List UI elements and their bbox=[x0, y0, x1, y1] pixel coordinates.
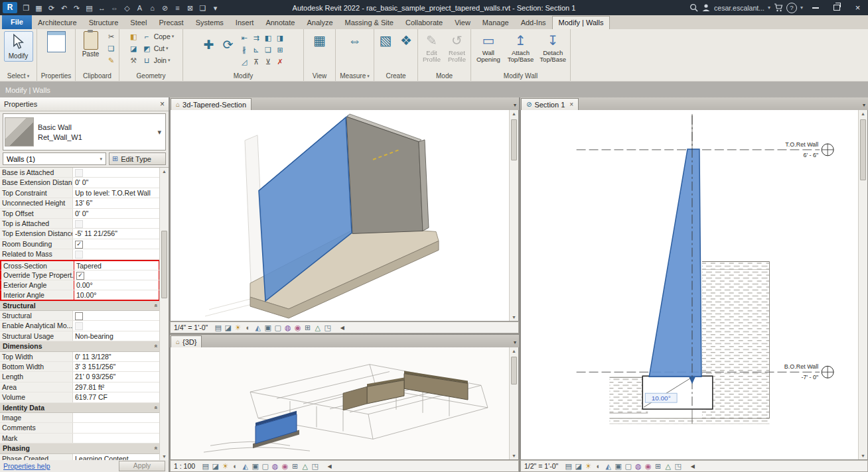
property-value[interactable]: 619.77 CF bbox=[73, 392, 160, 402]
collapse-chevron-icon[interactable]: « bbox=[152, 345, 159, 348]
collapse-chevron-icon[interactable]: « bbox=[152, 406, 159, 409]
element-filter-select[interactable]: Walls (1) ▾ bbox=[3, 152, 106, 165]
property-value[interactable] bbox=[73, 168, 160, 177]
reset-profile-button[interactable]: ↺ Reset Profile bbox=[445, 31, 469, 63]
property-value[interactable]: 3' 3 151/256" bbox=[73, 362, 160, 371]
view-list-chevron-icon[interactable]: ▾ bbox=[514, 339, 516, 345]
property-value[interactable] bbox=[73, 434, 160, 443]
close-button[interactable]: × bbox=[849, 0, 867, 15]
user-icon[interactable] bbox=[701, 3, 711, 12]
move-tool-icon[interactable]: ✚ bbox=[200, 31, 218, 59]
panel-select-footer[interactable]: Select▾ bbox=[0, 71, 36, 81]
property-value[interactable] bbox=[73, 423, 160, 432]
property-value[interactable]: Learning Content bbox=[73, 454, 160, 460]
scrollbar-thumb[interactable] bbox=[161, 231, 167, 298]
detail-level-icon[interactable]: ▤ bbox=[200, 462, 210, 471]
crop-view-icon[interactable]: ▣ bbox=[613, 462, 623, 471]
ribbon-tab-massing-site[interactable]: Massing & Site bbox=[339, 16, 399, 29]
aligned-dimension-icon[interactable]: ⇔ bbox=[108, 1, 121, 15]
close-view-icon[interactable]: × bbox=[569, 101, 573, 108]
property-value[interactable]: 297.81 ft² bbox=[73, 383, 160, 392]
section-icon[interactable]: ⊘ bbox=[159, 1, 171, 15]
property-value[interactable]: Non-bearing bbox=[73, 331, 160, 341]
temporary-view-properties-icon[interactable]: ⊞ bbox=[653, 462, 663, 471]
group-header-structural[interactable]: Structural« bbox=[0, 301, 160, 311]
property-value[interactable]: Up to level: T.O.Ret Wall bbox=[73, 188, 160, 198]
scale-label[interactable]: 1/2" = 1'-0" bbox=[524, 462, 558, 470]
measure-icon[interactable]: ↔ bbox=[96, 1, 108, 15]
properties-close-icon[interactable]: × bbox=[160, 99, 165, 109]
scroll-left-icon[interactable]: ◀ bbox=[337, 325, 347, 331]
tag-icon[interactable]: ◇ bbox=[121, 1, 133, 15]
temporary-view-properties-icon[interactable]: ⊞ bbox=[303, 324, 313, 332]
detach-top-base-button[interactable]: ↧ Detach Top/Base bbox=[538, 31, 568, 63]
unpin-icon[interactable]: ⊻ bbox=[263, 56, 274, 67]
visual-style-icon[interactable]: ◪ bbox=[573, 462, 583, 471]
property-value[interactable]: -5' 11 21/256" bbox=[73, 229, 160, 238]
sun-path-icon[interactable]: ☀ bbox=[583, 462, 593, 471]
apply-button[interactable]: Apply bbox=[119, 461, 165, 471]
view2-canvas[interactable]: ▲ ▼ bbox=[170, 347, 519, 460]
checkbox-override-type-propert[interactable]: ✓ bbox=[76, 272, 84, 280]
ribbon-tab-file[interactable]: File bbox=[2, 15, 32, 29]
offset-icon[interactable]: ⇉ bbox=[251, 32, 262, 43]
redo-icon[interactable]: ↷ bbox=[70, 1, 83, 15]
property-value[interactable] bbox=[73, 311, 160, 320]
mirror-pick-axis-icon[interactable]: ◧ bbox=[263, 32, 274, 43]
show-crop-region-icon[interactable]: ▢ bbox=[273, 324, 283, 332]
attach-top-base-button[interactable]: ↥ Attach Top/Base bbox=[506, 31, 536, 63]
collapse-chevron-icon[interactable]: « bbox=[152, 304, 159, 307]
checkbox-structural[interactable] bbox=[75, 312, 83, 320]
properties-header[interactable]: Properties × bbox=[0, 97, 169, 111]
view3-canvas[interactable]: T.O.Ret Wall 6' - 6" B.O.Ret Wall -7' - … bbox=[520, 110, 868, 460]
collapse-chevron-icon[interactable]: « bbox=[152, 447, 159, 450]
show-analytical-model-icon[interactable]: △ bbox=[300, 462, 310, 471]
property-value[interactable]: 0.00° bbox=[74, 280, 159, 290]
shadows-icon[interactable]: ◐ bbox=[243, 324, 253, 331]
view2-scrollbar[interactable]: ▲ ▼ bbox=[509, 347, 518, 459]
text-icon[interactable]: A bbox=[133, 1, 146, 15]
checkbox-base-is-attached[interactable] bbox=[75, 169, 83, 177]
sun-path-icon[interactable]: ☀ bbox=[220, 462, 230, 471]
highlight-displacement-icon[interactable]: ◳ bbox=[323, 324, 332, 332]
view1-canvas[interactable]: ▲ ▼ bbox=[170, 110, 519, 322]
scroll-up-icon[interactable]: ▲ bbox=[160, 169, 169, 174]
signed-in-user[interactable]: cesar.escalant... bbox=[714, 4, 764, 12]
property-value[interactable] bbox=[73, 321, 160, 330]
show-crop-region-icon[interactable]: ▢ bbox=[260, 462, 270, 471]
restore-button[interactable] bbox=[828, 0, 845, 15]
ribbon-tab-add-ins[interactable]: Add-Ins bbox=[515, 16, 552, 29]
ribbon-tab-annotate[interactable]: Annotate bbox=[259, 16, 301, 29]
mirror-draw-axis-icon[interactable]: ◨ bbox=[275, 32, 286, 43]
properties-help-link[interactable]: Properties help bbox=[3, 462, 50, 470]
save-icon[interactable]: ▦ bbox=[33, 1, 45, 15]
ribbon-tab-analyze[interactable]: Analyze bbox=[301, 16, 338, 29]
temporary-hide-isolate-icon[interactable]: ◍ bbox=[270, 462, 280, 471]
detail-level-icon[interactable]: ▤ bbox=[563, 462, 573, 471]
show-crop-region-icon[interactable]: ▢ bbox=[623, 462, 633, 471]
view-tab-section-1[interactable]: ⊘ Section 1 × bbox=[521, 98, 579, 110]
join-geometry-button[interactable]: ⊔Join▾ bbox=[141, 55, 175, 66]
show-analytical-model-icon[interactable]: △ bbox=[663, 462, 673, 471]
checkbox-room-bounding[interactable]: ✓ bbox=[75, 241, 83, 249]
paint-icon[interactable]: ◧ bbox=[128, 31, 139, 42]
level-name[interactable]: T.O.Ret Wall bbox=[785, 141, 818, 148]
scroll-left-icon[interactable]: ◀ bbox=[325, 463, 334, 469]
scrollbar-thumb[interactable] bbox=[860, 119, 866, 180]
crop-view-icon[interactable]: ▣ bbox=[250, 462, 260, 471]
ribbon-tab-collaborate[interactable]: Collaborate bbox=[399, 16, 449, 29]
cut-geometry-button[interactable]: ◩Cut▾ bbox=[141, 43, 175, 54]
cope-button[interactable]: ⌐Cope▾ bbox=[141, 31, 175, 42]
view1-scrollbar[interactable]: ▲ ▼ bbox=[509, 110, 518, 321]
property-value[interactable] bbox=[73, 219, 160, 228]
reveal-hidden-elements-icon[interactable]: ◉ bbox=[643, 462, 653, 471]
property-value[interactable]: ✓ bbox=[74, 270, 159, 280]
highlight-displacement-icon[interactable]: ◳ bbox=[310, 462, 320, 471]
demolish-icon[interactable]: ⚒ bbox=[128, 55, 139, 66]
modify-button[interactable]: Modify bbox=[4, 31, 33, 62]
view-list-chevron-icon[interactable]: ▾ bbox=[863, 102, 865, 108]
view-tools-icon[interactable]: ▦ bbox=[310, 31, 330, 50]
help-icon[interactable]: ? bbox=[786, 3, 797, 13]
tapered-wall-section-selected[interactable] bbox=[649, 149, 701, 377]
view-tab-3d[interactable]: ⌂ {3D} bbox=[171, 335, 202, 347]
